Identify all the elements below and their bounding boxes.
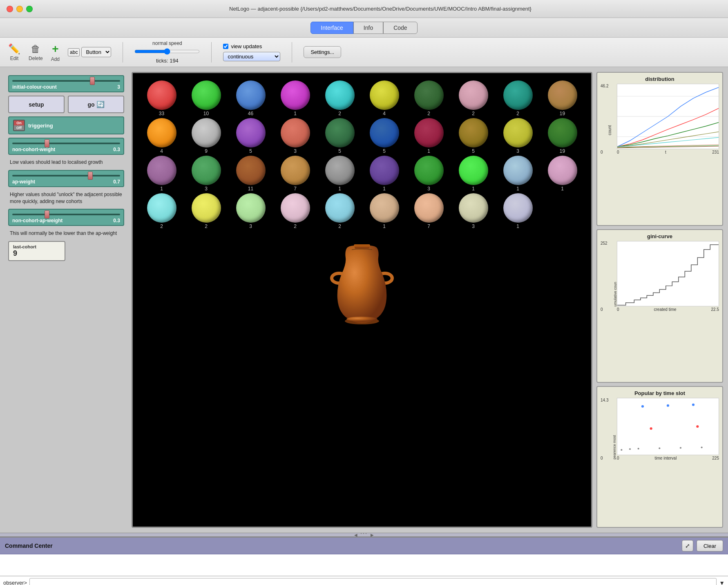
non-cohort-weight-description: Low values should lead to localised grow… bbox=[8, 158, 124, 167]
circle-cell: 19 bbox=[541, 118, 584, 154]
resize-handle[interactable]: ◀ ▶ bbox=[0, 533, 728, 537]
ap-weight-value: 0.7 bbox=[113, 179, 120, 185]
circle-cell: 1 bbox=[541, 156, 584, 192]
resize-arrow-left: ◀ bbox=[354, 533, 357, 537]
delete-button[interactable]: 🗑 Delete bbox=[29, 43, 43, 61]
expand-button[interactable]: ⤢ bbox=[682, 540, 693, 552]
circle-cell: 2 bbox=[140, 193, 183, 229]
speed-slider[interactable] bbox=[134, 48, 200, 55]
dist-x-label: t bbox=[665, 150, 666, 154]
dist-y-min: 0 bbox=[601, 150, 603, 154]
circle-cell: 3 bbox=[274, 118, 317, 154]
circle-cell bbox=[541, 193, 584, 229]
initial-colour-count-label: initial-colour-count bbox=[12, 84, 57, 90]
svg-point-16 bbox=[696, 425, 699, 428]
tab-interface[interactable]: Interface bbox=[310, 22, 353, 34]
setup-button[interactable]: setup bbox=[8, 96, 65, 113]
non-cohort-ap-weight-slider[interactable]: non-cohort-ap-weight 0.3 bbox=[8, 209, 124, 226]
circle-cell: 2 bbox=[318, 193, 361, 229]
ap-weight-slider[interactable]: ap-weight 0.7 bbox=[8, 170, 124, 187]
gini-chart: gini-curve 252 0 0 created time 22.5 umu… bbox=[596, 229, 723, 383]
tab-bar: Interface Info Code bbox=[0, 18, 728, 38]
gini-title: gini-curve bbox=[601, 233, 719, 239]
circle-cell: 33 bbox=[140, 80, 183, 116]
switch-on-label: On bbox=[14, 121, 24, 125]
command-dropdown-icon[interactable]: ▼ bbox=[719, 580, 725, 585]
circle-cell: 2 bbox=[318, 80, 361, 116]
widget-type-icon: abc bbox=[68, 48, 80, 56]
circle-cell: 1 bbox=[496, 156, 539, 192]
svg-rect-5 bbox=[354, 244, 370, 247]
right-panel: distribution 46.2 0 bbox=[596, 72, 723, 528]
dist-x-min: 0 bbox=[617, 150, 619, 154]
traffic-lights[interactable] bbox=[7, 6, 33, 12]
left-panel: initial-colour-count 3 setup go 🔄 On Off… bbox=[5, 72, 127, 528]
circle-cell: 10 bbox=[185, 80, 228, 116]
switch-toggle[interactable]: On Off bbox=[13, 120, 25, 131]
distribution-chart: distribution 46.2 0 bbox=[596, 72, 723, 226]
ap-weight-description: Higher values should "unlock" the adjace… bbox=[8, 190, 124, 206]
distribution-chart-area bbox=[617, 84, 719, 149]
go-button[interactable]: go 🔄 bbox=[68, 96, 124, 113]
svg-point-20 bbox=[659, 447, 660, 449]
svg-point-12 bbox=[641, 405, 644, 408]
dist-y-max: 46.2 bbox=[601, 84, 608, 88]
command-input[interactable] bbox=[29, 578, 717, 585]
non-cohort-weight-slider[interactable]: non-cohort-weight 0.3 bbox=[8, 138, 124, 155]
edit-label: Edit bbox=[10, 56, 19, 61]
popular-y-label: pearence most bbox=[612, 435, 616, 460]
close-button[interactable] bbox=[7, 6, 13, 12]
widget-type-select[interactable]: Button Slider Switch bbox=[81, 47, 111, 57]
delete-icon: 🗑 bbox=[31, 43, 40, 55]
svg-point-18 bbox=[629, 448, 631, 450]
delete-label: Delete bbox=[29, 56, 43, 61]
add-button[interactable]: + Add bbox=[51, 42, 60, 62]
gini-x-max: 22.5 bbox=[711, 307, 719, 312]
circle-cell: 1 bbox=[274, 80, 317, 116]
circle-cell: 19 bbox=[541, 80, 584, 116]
circle-cell: 2 bbox=[496, 80, 539, 116]
dist-x-max: 231 bbox=[712, 150, 719, 154]
non-cohort-ap-weight-value: 0.3 bbox=[113, 218, 120, 223]
settings-button[interactable]: Settings... bbox=[304, 46, 341, 58]
circle-cell: 1 bbox=[140, 156, 183, 192]
go-icon: 🔄 bbox=[96, 100, 105, 108]
view-updates-checkbox[interactable] bbox=[223, 44, 228, 49]
command-output bbox=[0, 554, 728, 576]
window-title: NetLogo — adjacent-possible {/Users/pd2-… bbox=[39, 6, 721, 12]
triggering-switch[interactable]: On Off triggering bbox=[8, 116, 124, 134]
update-mode-select[interactable]: continuous on ticks bbox=[223, 52, 280, 61]
setup-go-row: setup go 🔄 bbox=[8, 96, 124, 113]
circle-cell: 5 bbox=[452, 118, 495, 154]
popular-x-min: 0 bbox=[617, 456, 619, 460]
circle-cell: 1 bbox=[363, 156, 406, 192]
minimize-button[interactable] bbox=[16, 6, 23, 12]
svg-rect-11 bbox=[617, 398, 719, 455]
svg-point-21 bbox=[680, 447, 681, 449]
command-center-header: Command Center ⤢ Clear bbox=[0, 538, 728, 554]
observer-label: observer> bbox=[3, 580, 27, 585]
circle-cell: 1 bbox=[318, 156, 361, 192]
initial-colour-count-slider[interactable]: initial-colour-count 3 bbox=[8, 75, 124, 92]
circle-cell: 2 bbox=[185, 193, 228, 229]
circle-cell: 2 bbox=[407, 80, 450, 116]
circle-cell: 9 bbox=[185, 118, 228, 154]
circle-cell: 1 bbox=[407, 118, 450, 154]
edit-button[interactable]: ✏️ Edit bbox=[8, 43, 20, 61]
command-center-title: Command Center bbox=[5, 543, 53, 549]
expand-icon: ⤢ bbox=[685, 543, 690, 549]
non-cohort-weight-value: 0.3 bbox=[113, 147, 120, 152]
command-center-buttons: ⤢ Clear bbox=[682, 540, 723, 552]
circle-cell: 3 bbox=[229, 193, 272, 229]
popular-title: Popular by time slot bbox=[601, 390, 719, 396]
tab-info[interactable]: Info bbox=[353, 22, 383, 34]
command-input-row: observer> ▼ bbox=[0, 576, 728, 585]
widget-type-dropdown[interactable]: abc Button Slider Switch bbox=[68, 47, 111, 57]
ticks-display: ticks: 194 bbox=[156, 58, 179, 64]
command-center: Command Center ⤢ Clear observer> ▼ bbox=[0, 537, 728, 585]
add-icon: + bbox=[52, 42, 58, 56]
fullscreen-button[interactable] bbox=[26, 6, 33, 12]
tab-code[interactable]: Code bbox=[383, 22, 417, 34]
titlebar: NetLogo — adjacent-possible {/Users/pd2-… bbox=[0, 0, 728, 18]
clear-button[interactable]: Clear bbox=[697, 540, 723, 552]
